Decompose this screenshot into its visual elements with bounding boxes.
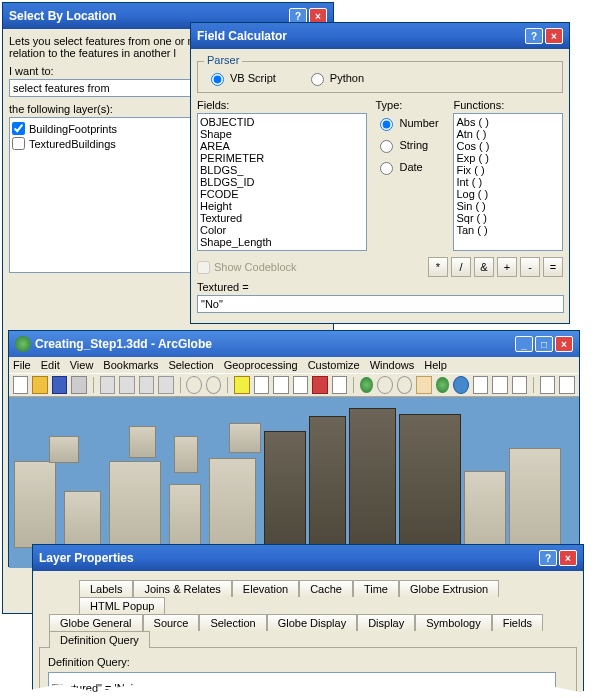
func-item[interactable]: Tan ( ) xyxy=(456,224,560,236)
time-icon[interactable] xyxy=(512,376,527,394)
menu-file[interactable]: File xyxy=(13,359,31,371)
op-multiply[interactable]: * xyxy=(428,257,448,277)
new-icon[interactable] xyxy=(13,376,28,394)
field-item[interactable]: OBJECTID xyxy=(200,116,364,128)
field-item[interactable]: Textured xyxy=(200,212,364,224)
arcglobe-titlebar[interactable]: Creating_Step1.3dd - ArcGlobe _ □ × xyxy=(9,331,579,357)
toolbox-icon[interactable] xyxy=(312,376,327,394)
func-item[interactable]: Abs ( ) xyxy=(456,116,560,128)
add-data-icon[interactable] xyxy=(234,376,249,394)
func-item[interactable]: Log ( ) xyxy=(456,188,560,200)
catalog-icon[interactable] xyxy=(273,376,288,394)
maximize-button[interactable]: □ xyxy=(535,336,553,352)
func-item[interactable]: Int ( ) xyxy=(456,176,560,188)
help-button[interactable]: ? xyxy=(539,550,557,566)
menubar[interactable]: File Edit View Bookmarks Selection Geopr… xyxy=(9,357,579,373)
field-item[interactable]: Height xyxy=(200,200,364,212)
toc-icon[interactable] xyxy=(254,376,269,394)
functions-list[interactable]: Abs ( ) Atn ( ) Cos ( ) Exp ( ) Fix ( ) … xyxy=(453,113,563,251)
menu-selection[interactable]: Selection xyxy=(168,359,213,371)
menu-edit[interactable]: Edit xyxy=(41,359,60,371)
measure-icon[interactable] xyxy=(492,376,507,394)
redo-icon[interactable] xyxy=(206,376,221,394)
tab-selection[interactable]: Selection xyxy=(199,614,266,631)
tab-symbology[interactable]: Symbology xyxy=(415,614,491,631)
tab-cache[interactable]: Cache xyxy=(299,580,353,597)
op-equals[interactable]: = xyxy=(543,257,563,277)
field-item[interactable]: Shape_Length xyxy=(200,236,364,248)
close-button[interactable]: × xyxy=(559,550,577,566)
layer-checkbox[interactable] xyxy=(12,122,25,135)
tab-time[interactable]: Time xyxy=(353,580,399,597)
field-item[interactable]: BLDGS_ xyxy=(200,164,364,176)
select-icon[interactable] xyxy=(540,376,555,394)
tab-labels[interactable]: Labels xyxy=(79,580,133,597)
python-icon[interactable] xyxy=(332,376,347,394)
func-item[interactable]: Atn ( ) xyxy=(456,128,560,140)
undo-icon[interactable] xyxy=(186,376,201,394)
op-plus[interactable]: + xyxy=(497,257,517,277)
tab-joins[interactable]: Joins & Relates xyxy=(133,580,231,597)
menu-geoprocessing[interactable]: Geoprocessing xyxy=(224,359,298,371)
tab-extrusion[interactable]: Globe Extrusion xyxy=(399,580,499,597)
tab-html[interactable]: HTML Popup xyxy=(79,597,165,614)
search-icon[interactable] xyxy=(293,376,308,394)
func-item[interactable]: Fix ( ) xyxy=(456,164,560,176)
py-radio[interactable]: Python xyxy=(306,70,364,86)
save-icon[interactable] xyxy=(52,376,67,394)
field-item[interactable]: BLDGS_ID xyxy=(200,176,364,188)
func-item[interactable]: Cos ( ) xyxy=(456,140,560,152)
help-button[interactable]: ? xyxy=(525,28,543,44)
find-icon[interactable] xyxy=(473,376,488,394)
pan-icon[interactable] xyxy=(416,376,431,394)
field-item[interactable]: PERIMETER xyxy=(200,152,364,164)
menu-customize[interactable]: Customize xyxy=(308,359,360,371)
zoom-out-icon[interactable] xyxy=(397,376,412,394)
clear-selection-icon[interactable] xyxy=(559,376,574,394)
toolbar[interactable] xyxy=(9,373,579,397)
field-item[interactable]: AREA xyxy=(200,140,364,152)
fc-titlebar[interactable]: Field Calculator ? × xyxy=(191,23,569,49)
minimize-button[interactable]: _ xyxy=(515,336,533,352)
menu-view[interactable]: View xyxy=(70,359,94,371)
tab-fields[interactable]: Fields xyxy=(492,614,543,631)
func-item[interactable]: Exp ( ) xyxy=(456,152,560,164)
fields-list[interactable]: OBJECTID Shape AREA PERIMETER BLDGS_ BLD… xyxy=(197,113,367,251)
delete-icon[interactable] xyxy=(158,376,173,394)
expr-input[interactable] xyxy=(197,295,564,313)
type-string[interactable]: String xyxy=(375,137,445,153)
full-extent-icon[interactable] xyxy=(436,377,449,393)
tab-general[interactable]: Globe General xyxy=(49,614,143,631)
vb-radio[interactable]: VB Script xyxy=(206,70,276,86)
op-concat[interactable]: & xyxy=(474,257,494,277)
tab-globedisplay[interactable]: Globe Display xyxy=(267,614,357,631)
paste-icon[interactable] xyxy=(139,376,154,394)
zoom-in-icon[interactable] xyxy=(377,376,392,394)
field-item[interactable]: Shape xyxy=(200,128,364,140)
field-item[interactable]: FCODE xyxy=(200,188,364,200)
menu-windows[interactable]: Windows xyxy=(370,359,415,371)
op-divide[interactable]: / xyxy=(451,257,471,277)
identify-icon[interactable] xyxy=(453,376,468,394)
menu-bookmarks[interactable]: Bookmarks xyxy=(103,359,158,371)
close-button[interactable]: × xyxy=(555,336,573,352)
func-item[interactable]: Sqr ( ) xyxy=(456,212,560,224)
print-icon[interactable] xyxy=(71,376,86,394)
field-item[interactable]: Color xyxy=(200,224,364,236)
globe-viewport[interactable] xyxy=(9,397,579,568)
func-item[interactable]: Sin ( ) xyxy=(456,200,560,212)
type-date[interactable]: Date xyxy=(375,159,445,175)
copy-icon[interactable] xyxy=(119,376,134,394)
lp-titlebar[interactable]: Layer Properties ? × xyxy=(33,545,583,571)
layer-checkbox[interactable] xyxy=(12,137,25,150)
cut-icon[interactable] xyxy=(100,376,115,394)
tab-display[interactable]: Display xyxy=(357,614,415,631)
tab-elevation[interactable]: Elevation xyxy=(232,580,299,597)
open-icon[interactable] xyxy=(32,376,47,394)
menu-help[interactable]: Help xyxy=(424,359,447,371)
op-minus[interactable]: - xyxy=(520,257,540,277)
globe-icon[interactable] xyxy=(360,377,373,393)
type-number[interactable]: Number xyxy=(375,115,445,131)
tab-source[interactable]: Source xyxy=(143,614,200,631)
tab-defquery[interactable]: Definition Query xyxy=(49,631,150,648)
